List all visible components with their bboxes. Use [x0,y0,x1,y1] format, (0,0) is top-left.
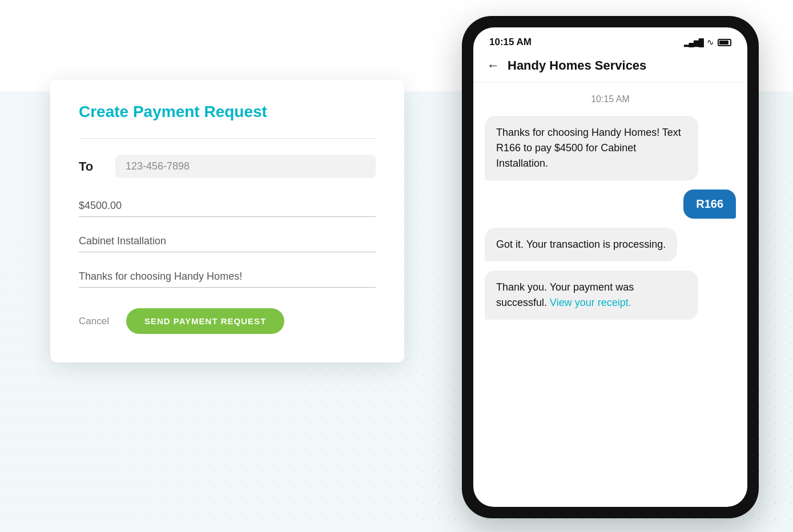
battery-icon [718,39,731,46]
message-3-text: Got it. Your transaction is processing. [496,239,666,250]
message-1-text: Thanks for choosing Handy Homes! Text R1… [496,127,681,169]
phone-screen: 10:15 AM ▂▄▆█ ∿ ← Handy Homes Services 1… [473,27,747,507]
description-input[interactable] [79,231,376,252]
card-divider [79,138,376,139]
message-input[interactable] [79,266,376,288]
message-2-bubble: R166 [683,190,736,219]
description-field-group [79,231,376,252]
message-3-bubble: Got it. Your transaction is processing. [485,228,677,261]
view-receipt-link[interactable]: View your receipt. [550,297,631,308]
payment-card: Create Payment Request To 123-456-7898 C… [50,80,404,362]
send-payment-button[interactable]: SEND PAYMENT REQUEST [126,308,284,334]
to-label: To [79,159,102,174]
message-2-text: R166 [696,198,723,210]
amount-input[interactable] [79,195,376,217]
to-phone-number: 123-456-7898 [126,160,190,172]
message-1-bubble: Thanks for choosing Handy Homes! Text R1… [485,116,698,180]
card-title: Create Payment Request [79,103,376,121]
message-4-bubble: Thank you. Your payment was successful. … [485,271,698,320]
chat-body: 10:15 AM Thanks for choosing Handy Homes… [473,83,747,507]
wifi-icon: ∿ [707,37,714,47]
chat-title: Handy Homes Services [508,58,646,73]
signal-bars-icon: ▂▄▆█ [684,38,703,47]
phone-mockup: 10:15 AM ▂▄▆█ ∿ ← Handy Homes Services 1… [462,16,759,518]
back-arrow-icon[interactable]: ← [487,58,500,73]
chat-timestamp: 10:15 AM [485,94,736,104]
status-time: 10:15 AM [489,37,532,48]
chat-header: ← Handy Homes Services [473,53,747,83]
to-input-area: 123-456-7898 [115,155,376,178]
amount-field-group [79,195,376,217]
status-icons: ▂▄▆█ ∿ [684,37,731,47]
to-row: To 123-456-7898 [79,155,376,178]
buttons-row: Cancel SEND PAYMENT REQUEST [79,308,376,334]
message-field-group [79,266,376,288]
status-bar: 10:15 AM ▂▄▆█ ∿ [473,27,747,53]
cancel-button[interactable]: Cancel [79,316,109,327]
